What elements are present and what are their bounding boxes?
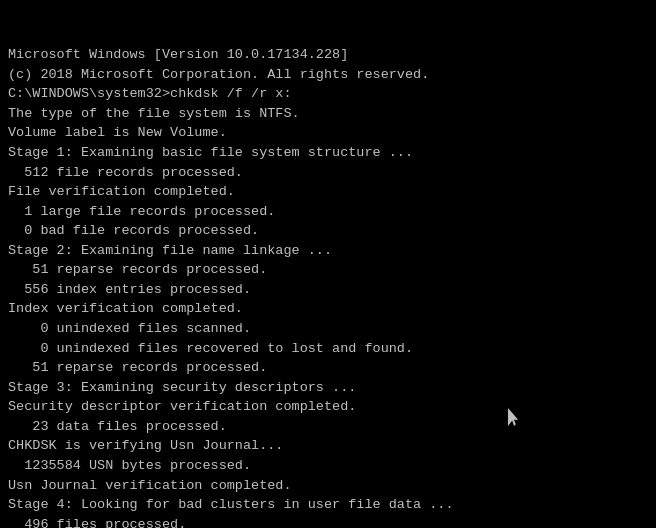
terminal-line: Security descriptor verification complet… [8,397,648,417]
terminal-line: (c) 2018 Microsoft Corporation. All righ… [8,65,648,85]
terminal-line: 23 data files processed. [8,417,648,437]
terminal-line: CHKDSK is verifying Usn Journal... [8,436,648,456]
terminal-line: 556 index entries processed. [8,280,648,300]
terminal-line: 0 bad file records processed. [8,221,648,241]
terminal-line: 0 unindexed files recovered to lost and … [8,339,648,359]
terminal-line: 496 files processed. [8,515,648,528]
terminal-line: Stage 2: Examining file name linkage ... [8,241,648,261]
terminal-line: Index verification completed. [8,299,648,319]
terminal-line: 51 reparse records processed. [8,358,648,378]
terminal-line: 0 unindexed files scanned. [8,319,648,339]
terminal-line: Microsoft Windows [Version 10.0.17134.22… [8,45,648,65]
terminal-line: 512 file records processed. [8,163,648,183]
terminal-line: 51 reparse records processed. [8,260,648,280]
terminal-line: 1 large file records processed. [8,202,648,222]
terminal-line: Stage 1: Examining basic file system str… [8,143,648,163]
terminal-line: File verification completed. [8,182,648,202]
terminal-line: Stage 3: Examining security descriptors … [8,378,648,398]
terminal-line: 1235584 USN bytes processed. [8,456,648,476]
terminal-line: Stage 4: Looking for bad clusters in use… [8,495,648,515]
terminal-line: The type of the file system is NTFS. [8,104,648,124]
terminal-window: Microsoft Windows [Version 10.0.17134.22… [0,0,656,528]
terminal-line: Usn Journal verification completed. [8,476,648,496]
terminal-line: C:\WINDOWS\system32>chkdsk /f /r x: [8,84,648,104]
terminal-line: Volume label is New Volume. [8,123,648,143]
terminal-output: Microsoft Windows [Version 10.0.17134.22… [8,45,648,528]
